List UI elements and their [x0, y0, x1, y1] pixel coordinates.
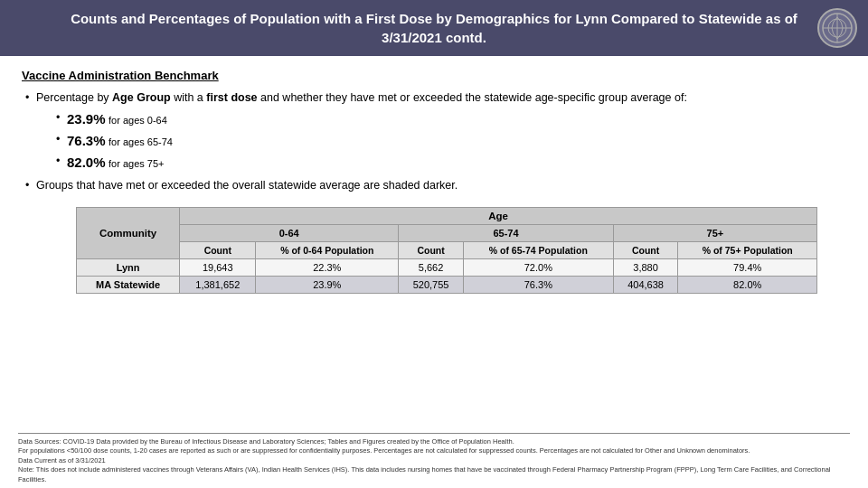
data-table-container: Community Age 0-64 65-74 75+ Count % of … [76, 207, 846, 294]
th-count-3: Count [613, 241, 678, 258]
logo-circle [817, 8, 857, 48]
table-cell: 22.3% [256, 258, 399, 276]
header-title: Counts and Percentages of Population wit… [54, 9, 814, 47]
benchmark-title: Vaccine Administration Benchmark [22, 69, 846, 82]
sub-bullet-2: 76.3% for ages 65-74 [54, 130, 846, 152]
sub-bullet-1: 23.9% for ages 0-64 [54, 108, 846, 130]
table-cell: 72.0% [463, 258, 613, 276]
table-row: Lynn19,64322.3%5,66272.0%3,88079.4% [77, 258, 817, 276]
pct-75plus: 82.0% [67, 155, 106, 170]
sub-bullet-3: 82.0% for ages 75+ [54, 152, 846, 174]
footer-divider [18, 433, 850, 434]
footer: Data Sources: COVID-19 Data provided by … [18, 433, 850, 485]
footer-line2: For populations <50/100 dose counts, 1-2… [18, 446, 850, 456]
table-cell: 520,755 [399, 276, 464, 293]
demographics-table: Community Age 0-64 65-74 75+ Count % of … [76, 207, 817, 294]
th-0-64: 0-64 [180, 224, 399, 241]
bullet-item-2: Groups that have met or exceeded the ove… [22, 177, 846, 194]
th-75plus: 75+ [613, 224, 816, 241]
pct-0-64: 23.9% [67, 111, 106, 127]
th-count-2: Count [399, 241, 464, 258]
sub-bullet-list: 23.9% for ages 0-64 76.3% for ages 65-74… [36, 108, 846, 174]
th-pct-0-64: % of 0-64 Population [256, 241, 399, 258]
footer-line3: Data Current as of 3/31/2021 [18, 456, 850, 466]
table-cell: 5,662 [399, 258, 464, 276]
table-cell: 1,381,652 [180, 276, 256, 293]
footer-line1: Data Sources: COVID-19 Data provided by … [18, 437, 850, 447]
pct-65-74: 76.3% [67, 133, 106, 148]
label-65-74: for ages 65-74 [108, 136, 173, 147]
table-cell: 76.3% [463, 276, 613, 293]
th-pct-65-74: % of 65-74 Population [463, 241, 613, 258]
table-cell: 79.4% [678, 258, 817, 276]
footer-line4: Note: This does not include administered… [18, 465, 850, 484]
table-cell: 404,638 [613, 276, 678, 293]
label-75plus: for ages 75+ [108, 158, 164, 169]
table-cell: 23.9% [256, 276, 399, 293]
bullet-1-text: Percentage by Age Group with a first dos… [36, 91, 687, 104]
main-content: Vaccine Administration Benchmark Percent… [0, 56, 868, 301]
table-cell: 3,880 [613, 258, 678, 276]
th-65-74: 65-74 [399, 224, 614, 241]
th-pct-75plus: % of 75+ Population [678, 241, 817, 258]
bullet-2-text: Groups that have met or exceeded the ove… [36, 179, 458, 192]
table-cell: Lynn [77, 258, 180, 276]
th-age: Age [180, 207, 817, 224]
table-cell: MA Statewide [77, 276, 180, 293]
th-count-1: Count [180, 241, 256, 258]
th-community: Community [77, 207, 180, 258]
page-header: Counts and Percentages of Population wit… [0, 0, 868, 56]
label-0-64: for ages 0-64 [108, 115, 167, 126]
table-cell: 82.0% [678, 276, 817, 293]
logo [817, 8, 857, 48]
bullet-item-1: Percentage by Age Group with a first dos… [22, 89, 846, 174]
table-row: MA Statewide1,381,65223.9%520,75576.3%40… [77, 276, 817, 293]
table-cell: 19,643 [180, 258, 256, 276]
bullet-list: Percentage by Age Group with a first dos… [22, 89, 846, 194]
